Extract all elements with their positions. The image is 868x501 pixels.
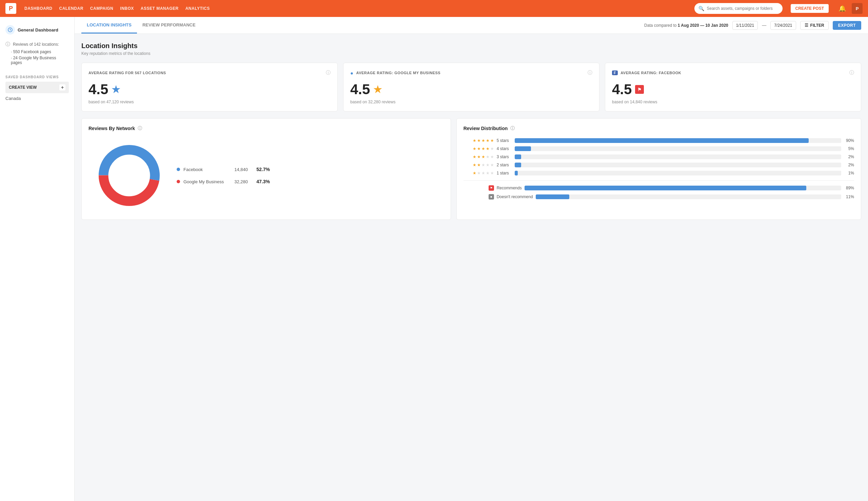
- donut-chart: [95, 141, 163, 209]
- dist-pct-doesnt: 11%: [844, 194, 854, 199]
- sidebar-facebook-pages: · 550 Facebook pages: [11, 49, 63, 55]
- page-content: Location Insights Key reputation metrics…: [75, 34, 868, 228]
- legend-facebook: Facebook 14,840 52.7%: [177, 167, 270, 172]
- distribution-rows: ★★★★★ 5 stars 90% ★★★★★: [463, 138, 854, 200]
- user-avatar[interactable]: P: [852, 3, 862, 14]
- sub-header-right: Data compared to 1 Aug 2020 — 10 Jan 202…: [644, 21, 861, 30]
- recommends-icon-wrapper: ⚑: [463, 185, 494, 191]
- stat-card-facebook-value: 4.5 ⚑: [612, 81, 854, 98]
- filter-icon: ☰: [805, 23, 808, 28]
- stat-card-gmb-subtext: based on 32,280 reviews: [350, 99, 592, 104]
- dist-label-5: 5 stars: [497, 138, 512, 143]
- review-dist-info-icon[interactable]: ⓘ: [510, 125, 515, 131]
- tab-review-performance[interactable]: REVIEW PERFORMANCE: [137, 17, 201, 33]
- sub-header-tabs: LOCATION INSIGHTS REVIEW PERFORMANCE: [81, 17, 201, 33]
- info-icon: ⓘ: [6, 41, 10, 47]
- legend-gmb: Google My Business 32,280 47.3%: [177, 179, 270, 184]
- reviews-network-info-icon[interactable]: ⓘ: [138, 125, 142, 131]
- doesnt-recommend-icon: ■: [489, 194, 494, 200]
- saved-views-header: SAVED DASHBOARD VIEWS: [0, 71, 74, 82]
- stat-card-gmb-info-icon[interactable]: ⓘ: [588, 70, 592, 76]
- stat-card-overall-value: 4.5 ★: [88, 81, 331, 98]
- reviews-by-network-card: Reviews By Network ⓘ: [81, 118, 451, 220]
- dist-row-5stars: ★★★★★ 5 stars 90%: [463, 138, 854, 143]
- dist-pct-5: 90%: [844, 138, 854, 143]
- dist-label-4: 4 stars: [497, 146, 512, 151]
- gmb-location-icon: ●: [350, 70, 354, 76]
- sidebar: General Dashboard ⓘ Reviews of 142 locat…: [0, 17, 75, 501]
- stat-card-overall-info-icon[interactable]: ⓘ: [326, 70, 331, 76]
- stat-card-facebook-subtext: based on 14,840 reviews: [612, 99, 854, 104]
- nav-asset-manager[interactable]: ASSET MANAGER: [141, 6, 179, 11]
- create-post-button[interactable]: CREATE POST: [791, 4, 829, 13]
- sidebar-gmb-pages: · 24 Google My Business pages: [11, 55, 63, 66]
- search-input[interactable]: [707, 6, 778, 11]
- dist-bar-doesnt: [536, 194, 569, 199]
- legend-items: Facebook 14,840 52.7% Google My Business…: [177, 167, 270, 184]
- dist-bar-4: [515, 146, 531, 151]
- facebook-dot-icon: [177, 168, 180, 171]
- svg-point-2: [103, 150, 155, 201]
- export-button[interactable]: EXPORT: [833, 21, 861, 30]
- stat-card-facebook-info-icon[interactable]: ⓘ: [849, 70, 854, 76]
- legend-facebook-pct: 52.7%: [251, 167, 270, 172]
- date-dash: —: [762, 23, 766, 28]
- nav-links: DASHBOARD CALENDAR CAMPAIGN INBOX ASSET …: [24, 6, 686, 11]
- dist-bar-bg-4: [515, 146, 841, 151]
- dist-row-4stars: ★★★★★ 4 stars 5%: [463, 146, 854, 151]
- main-content: LOCATION INSIGHTS REVIEW PERFORMANCE Dat…: [75, 17, 868, 501]
- legend-facebook-count: 14,840: [231, 167, 248, 172]
- sidebar-view-canada[interactable]: Canada: [0, 93, 74, 104]
- dist-bar-1: [515, 171, 518, 175]
- create-view-plus-icon: +: [59, 84, 65, 90]
- dist-bar-bg-5: [515, 138, 841, 143]
- search-box[interactable]: 🔍: [694, 3, 783, 14]
- date-to-input[interactable]: 7/24/2021: [770, 21, 796, 30]
- review-distribution-card: Review Distribution ⓘ ★★★★★ 5 stars: [456, 118, 861, 220]
- nav-campaign[interactable]: CAMPAIGN: [90, 6, 113, 11]
- sidebar-info-text: Reviews of 142 locations:: [13, 42, 59, 47]
- date-from-input[interactable]: 1/11/2021: [732, 21, 758, 30]
- facebook-flag-icon: ⚑: [635, 85, 644, 94]
- dist-bar-2: [515, 163, 521, 167]
- dist-label-1: 1 stars: [497, 171, 512, 175]
- app-body: General Dashboard ⓘ Reviews of 142 locat…: [0, 17, 868, 501]
- legend-gmb-label: Google My Business: [184, 179, 228, 184]
- donut-section: Facebook 14,840 52.7% Google My Business…: [88, 138, 444, 213]
- bottom-section: Reviews By Network ⓘ: [81, 118, 861, 220]
- tab-location-insights[interactable]: LOCATION INSIGHTS: [81, 17, 137, 33]
- dist-bar-bg-1: [515, 171, 841, 175]
- reviews-network-title: Reviews By Network ⓘ: [88, 125, 444, 131]
- dist-label-2: 2 stars: [497, 163, 512, 167]
- dashboard-label: General Dashboard: [18, 28, 58, 33]
- search-icon: 🔍: [699, 6, 704, 11]
- dist-pct-1: 1%: [844, 171, 854, 175]
- dist-stars-3: ★★★★★: [463, 154, 494, 159]
- dist-pct-recommends: 89%: [844, 185, 854, 190]
- notifications-bell-icon[interactable]: 🔔: [837, 3, 848, 14]
- nav-calendar[interactable]: CALENDAR: [59, 6, 83, 11]
- sidebar-info-section: ⓘ Reviews of 142 locations: · 550 Facebo…: [0, 37, 74, 71]
- sidebar-pages-list: · 550 Facebook pages · 24 Google My Busi…: [6, 47, 69, 67]
- dist-row-doesnt-recommend: ■ Doesn't recommend 11%: [463, 194, 854, 200]
- app-logo: P: [6, 3, 16, 14]
- dist-stars-1: ★★★★★: [463, 171, 494, 175]
- nav-inbox[interactable]: INBOX: [120, 6, 134, 11]
- stat-card-gmb-value: 4.5 ★: [350, 81, 592, 98]
- stat-card-facebook: f AVERAGE RATING: FACEBOOK ⓘ 4.5 ⚑ based…: [605, 63, 861, 111]
- dist-row-recommends: ⚑ Recommends 89%: [463, 185, 854, 191]
- dist-bar-3: [515, 154, 521, 159]
- dist-pct-4: 5%: [844, 146, 854, 151]
- nav-icon-group: 🔔 P: [837, 3, 862, 14]
- create-view-button[interactable]: CREATE VIEW +: [6, 82, 69, 93]
- dist-row-1star: ★★★★★ 1 stars 1%: [463, 171, 854, 175]
- page-title: Location Insights: [81, 42, 861, 50]
- nav-analytics[interactable]: ANALYTICS: [186, 6, 210, 11]
- filter-button[interactable]: ☰ FILTER: [800, 21, 829, 30]
- legend-gmb-count: 32,280: [231, 179, 248, 184]
- nav-dashboard[interactable]: DASHBOARD: [24, 6, 53, 11]
- stat-card-gmb: ● AVERAGE RATING: GOOGLE MY BUSINESS ⓘ 4…: [343, 63, 599, 111]
- legend-facebook-label: Facebook: [184, 167, 228, 172]
- sidebar-dashboard-title[interactable]: General Dashboard: [0, 22, 74, 37]
- facebook-brand-icon: f: [612, 71, 618, 75]
